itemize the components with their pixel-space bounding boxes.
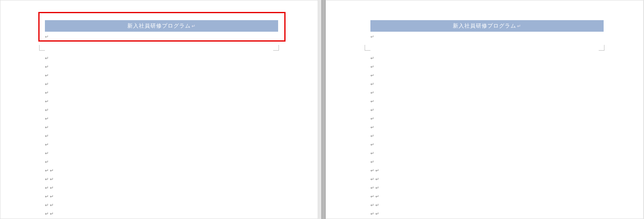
paragraph-mark-icon: ↵ xyxy=(45,159,49,165)
paragraph-line[interactable]: ↵ xyxy=(370,71,601,80)
margin-guide-corner-icon xyxy=(273,45,279,51)
paragraph-line[interactable]: ↵ xyxy=(370,106,601,114)
paragraph-line[interactable]: ↵ xyxy=(370,89,601,97)
document-workspace: 新入社員研修プログラム ↵ ↵ ↵↵↵↵↵↵↵↵↵↵↵↵↵↵↵↵↵↵↵↵↵↵↵↵… xyxy=(0,0,644,219)
paragraph-mark-icon: ↵ xyxy=(370,34,374,40)
paragraph-mark-icon: ↵ xyxy=(375,194,379,199)
page-header-band[interactable]: 新入社員研修プログラム ↵ xyxy=(370,20,604,32)
paragraph-mark-icon: ↵ xyxy=(45,64,49,70)
paragraph-line[interactable]: ↵ xyxy=(370,54,601,63)
paragraph-mark-icon: ↵ xyxy=(45,125,49,130)
paragraph-mark-icon: ↵ xyxy=(375,177,379,182)
paragraph-line[interactable]: ↵↵ xyxy=(370,192,601,201)
paragraph-mark-icon: ↵ xyxy=(45,177,49,182)
paragraph-line[interactable]: ↵↵ xyxy=(370,175,601,184)
paragraph-mark-icon: ↵ xyxy=(45,99,49,104)
pilcrow-mark-icon: ↵ xyxy=(517,23,521,29)
paragraph-mark-icon: ↵ xyxy=(50,211,54,217)
paragraph-mark-icon: ↵ xyxy=(50,177,54,182)
paragraph-mark-icon: ↵ xyxy=(45,168,49,173)
paragraph-line[interactable]: ↵↵ xyxy=(45,166,276,175)
paragraph-mark-icon: ↵ xyxy=(370,107,374,113)
document-page-2[interactable]: 新入社員研修プログラム ↵ ↵ ↵↵↵↵↵↵↵↵↵↵↵↵↵↵↵↵↵↵↵↵↵↵↵↵… xyxy=(326,0,644,219)
paragraph-line[interactable]: ↵ xyxy=(370,140,601,149)
paragraph-mark-icon: ↵ xyxy=(45,142,49,147)
paragraph-line[interactable]: ↵ xyxy=(370,132,601,140)
paragraph-line[interactable]: ↵ xyxy=(370,97,601,106)
paragraph-mark-icon: ↵ xyxy=(370,142,374,147)
paragraph-mark-icon: ↵ xyxy=(370,73,374,78)
paragraph-line[interactable]: ↵ xyxy=(370,149,601,158)
paragraph-line[interactable]: ↵↵ xyxy=(370,201,601,210)
paragraph-line[interactable]: ↵ xyxy=(45,54,276,63)
paragraph-line[interactable]: ↵ xyxy=(370,114,601,123)
paragraph-mark-icon: ↵ xyxy=(370,82,374,87)
paragraph-line[interactable]: ↵ xyxy=(45,71,276,80)
page-header-band[interactable]: 新入社員研修プログラム ↵ xyxy=(45,20,278,32)
paragraph-mark-icon: ↵ xyxy=(45,194,49,199)
paragraph-mark-icon: ↵ xyxy=(370,56,374,61)
paragraph-line[interactable]: ↵ xyxy=(370,63,601,71)
paragraph-mark-icon: ↵ xyxy=(370,151,374,156)
paragraph-line[interactable]: ↵ xyxy=(370,158,601,166)
body-paragraph-area[interactable]: ↵↵↵↵↵↵↵↵↵↵↵↵↵↵↵↵↵↵↵↵↵↵↵↵↵ xyxy=(370,54,601,218)
paragraph-line[interactable]: ↵↵ xyxy=(370,166,601,175)
paragraph-line[interactable]: ↵ xyxy=(45,140,276,149)
paragraph-line[interactable]: ↵ xyxy=(45,158,276,166)
paragraph-mark-icon: ↵ xyxy=(375,185,379,191)
paragraph-line[interactable]: ↵ xyxy=(45,89,276,97)
paragraph-mark-icon: ↵ xyxy=(370,116,374,121)
document-page-1[interactable]: 新入社員研修プログラム ↵ ↵ ↵↵↵↵↵↵↵↵↵↵↵↵↵↵↵↵↵↵↵↵↵↵↵↵… xyxy=(0,0,318,219)
paragraph-line[interactable]: ↵↵ xyxy=(45,184,276,192)
paragraph-mark-icon: ↵ xyxy=(45,82,49,87)
paragraph-line[interactable]: ↵↵ xyxy=(370,210,601,218)
paragraph-line[interactable]: ↵ xyxy=(45,149,276,158)
paragraph-mark-icon: ↵ xyxy=(375,203,379,208)
paragraph-mark-icon: ↵ xyxy=(370,177,374,182)
paragraph-line[interactable]: ↵ xyxy=(45,114,276,123)
page-gutter xyxy=(321,0,326,219)
paragraph-mark-icon: ↵ xyxy=(45,211,49,217)
paragraph-line[interactable]: ↵↵ xyxy=(45,210,276,218)
pilcrow-mark-icon: ↵ xyxy=(192,23,196,29)
paragraph-mark-icon: ↵ xyxy=(370,64,374,70)
header-title-text: 新入社員研修プログラム xyxy=(127,22,191,30)
paragraph-line[interactable]: ↵ xyxy=(45,80,276,89)
paragraph-mark-icon: ↵ xyxy=(45,203,49,208)
paragraph-mark-icon: ↵ xyxy=(370,194,374,199)
paragraph-mark-icon: ↵ xyxy=(45,116,49,121)
margin-guide-corner-icon xyxy=(599,45,604,51)
paragraph-mark-icon: ↵ xyxy=(45,185,49,191)
paragraph-mark-icon: ↵ xyxy=(45,151,49,156)
paragraph-line[interactable]: ↵↵ xyxy=(45,192,276,201)
paragraph-mark-icon: ↵ xyxy=(50,168,54,173)
paragraph-line[interactable]: ↵ xyxy=(45,106,276,114)
paragraph-line[interactable]: ↵ xyxy=(45,63,276,71)
body-paragraph-area[interactable]: ↵↵↵↵↵↵↵↵↵↵↵↵↵↵↵↵↵↵↵↵↵↵↵↵↵ xyxy=(45,54,276,218)
paragraph-mark-icon: ↵ xyxy=(375,168,379,173)
paragraph-line[interactable]: ↵↵ xyxy=(45,201,276,210)
paragraph-mark-icon: ↵ xyxy=(50,185,54,191)
margin-guide-corner-icon xyxy=(365,45,370,51)
paragraph-line[interactable]: ↵ xyxy=(45,97,276,106)
paragraph-mark-icon: ↵ xyxy=(45,73,49,78)
paragraph-mark-icon: ↵ xyxy=(370,211,374,217)
paragraph-line[interactable]: ↵ xyxy=(370,123,601,132)
paragraph-line[interactable]: ↵ xyxy=(45,123,276,132)
paragraph-mark-icon: ↵ xyxy=(375,211,379,217)
paragraph-mark-icon: ↵ xyxy=(45,34,49,40)
paragraph-mark-icon: ↵ xyxy=(370,185,374,191)
paragraph-line[interactable]: ↵ xyxy=(370,80,601,89)
paragraph-mark-icon: ↵ xyxy=(370,125,374,130)
paragraph-line[interactable]: ↵↵ xyxy=(45,175,276,184)
paragraph-mark-icon: ↵ xyxy=(50,203,54,208)
paragraph-mark-icon: ↵ xyxy=(45,90,49,96)
paragraph-mark-icon: ↵ xyxy=(45,56,49,61)
paragraph-mark-icon: ↵ xyxy=(45,133,49,139)
margin-guide-corner-icon xyxy=(39,45,45,51)
paragraph-line[interactable]: ↵↵ xyxy=(370,184,601,192)
paragraph-mark-icon: ↵ xyxy=(370,90,374,96)
paragraph-mark-icon: ↵ xyxy=(370,168,374,173)
paragraph-line[interactable]: ↵ xyxy=(45,132,276,140)
paragraph-mark-icon: ↵ xyxy=(50,194,54,199)
